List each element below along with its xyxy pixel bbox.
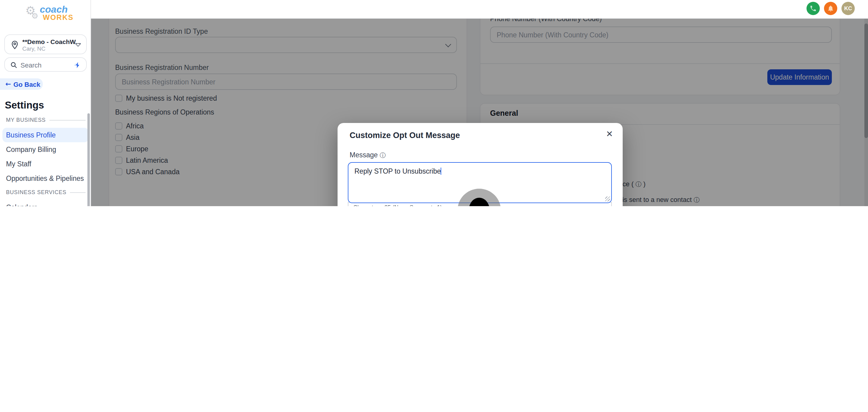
sidebar-item-company-billing[interactable]: Company Billing — [2, 142, 89, 157]
search-icon — [10, 62, 18, 69]
close-icon[interactable]: ✕ — [606, 129, 613, 139]
character-count: Characters: 25 (Num. Segments 1) — [353, 204, 442, 206]
back-arrow-icon: ← — [5, 80, 11, 88]
go-back-button[interactable]: ← Go Back — [0, 78, 43, 90]
main-content: Business Registration ID Type Business R… — [91, 19, 868, 206]
search-placeholder: Search — [21, 61, 41, 68]
resize-handle-icon[interactable] — [605, 196, 610, 201]
sidebar-item-calendars[interactable]: Calendars — [2, 200, 89, 206]
location-name: **Demo - CoachW... — [22, 38, 81, 45]
gear-icon: ⚙ — [31, 11, 38, 21]
bolt-icon — [74, 61, 82, 69]
sidebar-item-opportunities-pipelines[interactable]: Opportunities & Pipelines — [2, 171, 89, 186]
location-city: Cary, NC — [22, 45, 45, 52]
location-selector[interactable]: **Demo - CoachW... Cary, NC — [4, 34, 87, 54]
notifications-button[interactable] — [824, 2, 837, 15]
sidebar-scrollbar[interactable] — [87, 113, 90, 206]
text-caret — [441, 167, 441, 175]
avatar-initials: KC — [844, 5, 852, 11]
sidebar-item-business-profile[interactable]: Business Profile — [2, 128, 89, 142]
bell-icon — [827, 5, 834, 12]
section-label-business-services: BUSINESS SERVICES — [6, 188, 86, 196]
spinner-core — [469, 198, 490, 206]
sidebar-title: Settings — [5, 99, 44, 111]
phone-button[interactable] — [807, 2, 820, 15]
logo-works-text: WORKS — [43, 13, 73, 22]
avatar[interactable]: KC — [841, 2, 855, 15]
app-window: ⚙ ⚙ coach WORKS **Demo - CoachW... Cary,… — [0, 0, 868, 206]
section-label-my-business: MY BUSINESS — [6, 116, 86, 124]
sidebar-item-my-staff[interactable]: My Staff — [2, 157, 89, 171]
message-label: Message ⓘ — [350, 151, 386, 160]
topbar: KC — [91, 0, 868, 19]
location-pin-icon — [10, 40, 19, 50]
go-back-label: Go Back — [13, 81, 40, 88]
phone-icon — [809, 5, 817, 12]
sidebar: ⚙ ⚙ coach WORKS **Demo - CoachW... Cary,… — [0, 0, 91, 206]
search-input[interactable]: Search — [4, 57, 87, 72]
modal-title: Customize Opt Out Message — [350, 131, 460, 140]
info-icon: ⓘ — [380, 152, 386, 159]
